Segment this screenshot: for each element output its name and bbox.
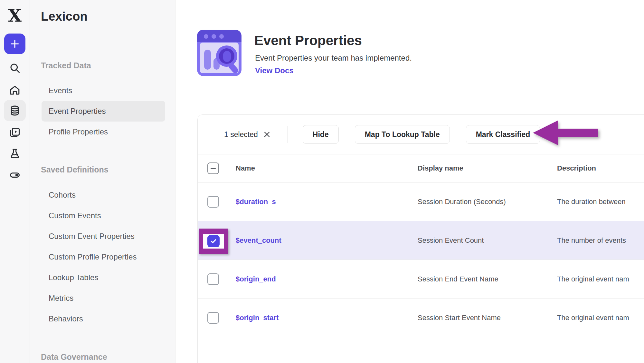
column-header-name: Name <box>236 164 418 172</box>
sidebar-item-behaviors[interactable]: Behaviors <box>42 309 165 329</box>
property-display-name: Session Start Event Name <box>418 314 557 322</box>
sidebar-item-profile-properties[interactable]: Profile Properties <box>42 122 165 142</box>
table-header-row: Name Display name Description <box>198 154 644 182</box>
sidebar-title: Lexicon <box>41 10 175 24</box>
lexicon-page: X <box>0 0 644 363</box>
property-description: The original event nam <box>557 314 644 322</box>
select-all-checkbox[interactable] <box>207 162 219 174</box>
table-row: $origin_end Session End Event Name The o… <box>198 260 644 299</box>
window-chart-magnifier-icon <box>197 30 242 76</box>
property-name-link[interactable]: $origin_start <box>236 314 279 322</box>
row-checkbox[interactable] <box>207 273 219 285</box>
hide-button[interactable]: Hide <box>303 125 339 144</box>
property-name-link[interactable]: $origin_end <box>236 275 276 283</box>
table-row: $origin_start Session Start Event Name T… <box>198 299 644 337</box>
selection-count: 1 selected <box>224 130 258 139</box>
map-to-lookup-table-button[interactable]: Map To Lookup Table <box>355 125 450 144</box>
section-data-governance: Data Governance <box>41 352 175 362</box>
check-icon <box>210 238 217 245</box>
create-button[interactable] <box>4 34 25 54</box>
lexicon-sidebar: Lexicon Tracked Data Events Event Proper… <box>30 0 175 363</box>
property-description: The original event nam <box>557 275 644 283</box>
close-icon <box>263 131 271 138</box>
sidebar-item-custom-events[interactable]: Custom Events <box>42 205 165 226</box>
home-icon[interactable] <box>4 80 26 101</box>
property-display-name: Session Event Count <box>418 236 557 245</box>
view-docs-link[interactable]: View Docs <box>255 66 294 75</box>
toggle-icon[interactable] <box>4 164 26 186</box>
table-row: $duration_s Session Duration (Seconds) T… <box>198 182 644 221</box>
property-display-name: Session Duration (Seconds) <box>418 198 557 206</box>
clear-selection-button[interactable] <box>263 131 271 138</box>
plus-icon <box>10 39 20 49</box>
search-icon[interactable] <box>4 57 26 79</box>
property-description: The number of events <box>557 236 644 245</box>
sidebar-item-custom-profile-properties[interactable]: Custom Profile Properties <box>42 247 165 267</box>
page-subtitle: Event Properties your team has implement… <box>255 54 412 63</box>
app-rail: X <box>0 0 30 363</box>
checkbox-highlight-annotation <box>199 229 228 254</box>
mark-classified-button[interactable]: Mark Classified <box>466 125 540 144</box>
sidebar-item-events[interactable]: Events <box>42 80 165 101</box>
property-name-link[interactable]: $duration_s <box>236 198 276 206</box>
sidebar-item-custom-event-properties[interactable]: Custom Event Properties <box>42 226 165 247</box>
row-checkbox[interactable] <box>207 312 219 324</box>
sidebar-item-lookup-tables[interactable]: Lookup Tables <box>42 267 165 288</box>
video-icon[interactable] <box>4 122 26 143</box>
sidebar-item-event-properties[interactable]: Event Properties <box>42 101 165 122</box>
database-icon[interactable] <box>4 100 26 121</box>
row-checkbox[interactable] <box>207 196 219 208</box>
sidebar-item-metrics[interactable]: Metrics <box>42 288 165 309</box>
row-checkbox-checked[interactable] <box>207 235 220 247</box>
sidebar-item-cohorts[interactable]: Cohorts <box>42 185 165 205</box>
toolbar-divider <box>288 126 288 143</box>
column-header-description: Description <box>557 164 644 172</box>
table-row-selected: $event_count Session Event Count The num… <box>198 221 644 260</box>
property-display-name: Session End Event Name <box>418 275 557 283</box>
property-description: The duration between <box>557 198 644 206</box>
section-saved-definitions: Saved Definitions <box>41 165 175 175</box>
mixpanel-logo-icon[interactable]: X <box>5 5 25 26</box>
property-name-link[interactable]: $event_count <box>236 236 281 244</box>
column-header-display-name: Display name <box>418 164 557 172</box>
arrow-annotation-icon <box>531 118 600 148</box>
properties-table-card: 1 selected Hide Map To Lookup Table Mark… <box>197 114 644 363</box>
section-tracked-data: Tracked Data <box>41 61 175 71</box>
flask-icon[interactable] <box>4 143 26 164</box>
page-title: Event Properties <box>254 33 362 48</box>
